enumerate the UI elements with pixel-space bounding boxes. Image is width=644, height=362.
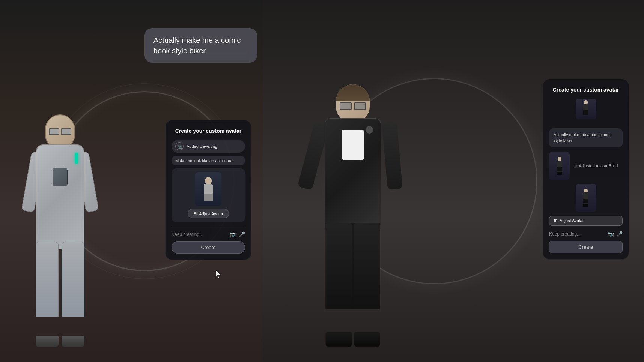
- astro-glasses: [49, 128, 71, 134]
- biker-hair: [336, 84, 370, 101]
- avatar-biker: [304, 84, 402, 347]
- astro-boot-right: [62, 336, 84, 347]
- biker-logo: [366, 126, 373, 134]
- biker-shirt: [342, 130, 364, 160]
- rp-message-text: Actually make me a comic book style bike…: [554, 132, 618, 144]
- astro-suit-cyan-strip: [75, 153, 78, 164]
- rp-camera-icon[interactable]: 📷: [608, 230, 614, 238]
- right-panel: Create your custom avatar Actually make …: [543, 79, 629, 260]
- rp-item-label-1: ⊞ Adjusted Avatar Build: [573, 164, 618, 168]
- rp-create-button[interactable]: Create: [549, 241, 623, 253]
- biker-arm-right: [382, 122, 403, 190]
- chat-input-row: 📷 🎤: [172, 231, 245, 238]
- mic-input-icon[interactable]: 🎤: [239, 231, 245, 238]
- chat-item-message: Make me look like an astronaut: [172, 156, 245, 165]
- biker-boot-left: [326, 332, 352, 347]
- biker-glasses: [340, 102, 366, 108]
- right-panel-title: Create your custom avatar: [549, 87, 623, 93]
- biker-boot-right: [354, 332, 380, 347]
- speech-bubble: Actually make me a comic book style bike…: [144, 28, 257, 63]
- rp-avatar-thumb-top: [576, 99, 596, 119]
- adjusted-build-icon: ⊞: [573, 164, 577, 168]
- astro-leg-right: [62, 242, 84, 317]
- rp-input-field[interactable]: [549, 231, 605, 237]
- chat-input-field[interactable]: [172, 232, 228, 237]
- chat-panel-title: Create your custom avatar: [172, 128, 245, 134]
- camera-input-icon[interactable]: 📷: [230, 231, 236, 238]
- chat-item-photo: 📷 Added Dave.png: [172, 140, 245, 153]
- avatar-thumb-figure: [203, 177, 214, 201]
- chat-item-photo-text: Added Dave.png: [187, 144, 217, 149]
- rp-history-item-1: ⊞ Adjusted Avatar Build: [549, 152, 623, 180]
- chat-history: 📷 Added Dave.png Make me look like an as…: [172, 140, 245, 222]
- astro-suit: [36, 144, 84, 249]
- astro-head: [45, 114, 75, 148]
- rp-input-row: 📷 🎤: [549, 230, 623, 238]
- astro-suit-detail: [53, 168, 68, 186]
- biker-jacket: [325, 118, 381, 231]
- biker-pant-right: [354, 223, 380, 309]
- mini-figure-2: [582, 189, 590, 207]
- biker-head: [336, 84, 370, 122]
- rp-mic-icon[interactable]: 🎤: [616, 230, 623, 238]
- biker-pants: [326, 223, 380, 309]
- chat-input-area: 📷 🎤 Create: [172, 227, 245, 254]
- rp-adjust-avatar-button[interactable]: ⊞ Adjust Avatar: [549, 216, 623, 226]
- rp-message-bubble: Actually make me a comic book style bike…: [549, 128, 623, 147]
- biker-pant-left: [326, 223, 352, 309]
- create-button-left[interactable]: Create: [172, 241, 245, 254]
- avatar-astronaut: [23, 114, 98, 347]
- adjust-icon: ⊞: [193, 211, 197, 216]
- rp-adjust-icon: ⊞: [554, 218, 557, 223]
- chat-panel-left: Create your custom avatar 📷 Added Dave.p…: [165, 120, 251, 260]
- chat-item-message-text: Make me look like an astronaut: [175, 158, 232, 163]
- rp-thumb-2: [576, 184, 596, 212]
- rp-thumb-1: [549, 152, 570, 180]
- avatar-thumb-left: [195, 172, 221, 206]
- astro-leg-left: [36, 242, 59, 317]
- adjust-avatar-button[interactable]: ⊞ Adjust Avatar: [188, 209, 229, 218]
- astro-legs: [36, 242, 84, 317]
- camera-icon: 📷: [175, 142, 184, 150]
- avatar-preview-card: ⊞ Adjust Avatar: [172, 168, 245, 222]
- speech-bubble-text: Actually make me a comic book style bike…: [153, 35, 248, 56]
- mini-figure-1: [556, 157, 563, 175]
- mini-figure-top: [582, 100, 590, 118]
- astro-boots: [36, 336, 84, 347]
- biker-boots: [326, 332, 380, 347]
- astro-boot-left: [36, 336, 59, 347]
